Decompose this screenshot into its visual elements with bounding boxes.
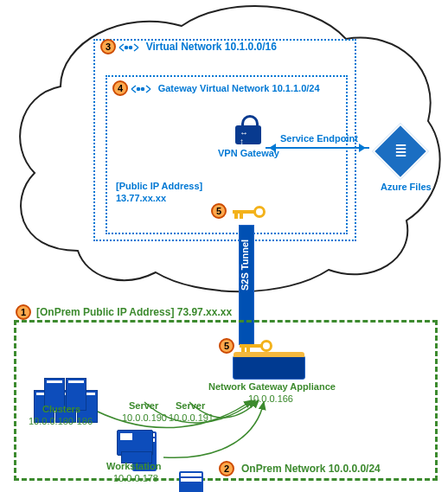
vnet-label: Virtual Network 10.1.0.0/16 [146, 41, 277, 53]
server2-ip: 10.0.0.191 [169, 412, 214, 423]
svg-point-2 [138, 88, 140, 91]
server1-ip: 10.0.0.190 [122, 412, 167, 423]
server1-label: Server [129, 400, 158, 411]
key-icon [233, 206, 266, 218]
workstation-label: Workstation [106, 461, 161, 471]
cloud-public-ip-label: [Public IP Address] [116, 181, 202, 191]
s2s-tunnel-label: S2S Tunnel [239, 225, 254, 304]
service-endpoint-line [266, 147, 369, 149]
svg-point-3 [142, 88, 144, 91]
diagram-root: 3 Virtual Network 10.1.0.0/16 4 Gateway … [0, 0, 448, 492]
gateway-subnet-box: 4 Gateway Virtual Network 10.1.1.0/24 ↔↕… [106, 75, 348, 234]
cloud-public-ip-value: 13.77.xx.xx [116, 193, 166, 203]
badge-cloud-key: 5 [211, 203, 227, 219]
service-endpoint-label: Service Endpoint [280, 133, 358, 144]
azure-files-icon: ≣ [381, 131, 420, 171]
workstation-ip: 10.0.0.178 [113, 473, 158, 483]
gateway-subnet-icon [131, 82, 155, 95]
gateway-subnet-label: Gateway Virtual Network 10.1.1.0/24 [158, 83, 320, 93]
onprem-header: 1 [OnPrem Public IP Address] 73.97.xx.xx [16, 304, 232, 320]
badge-vnet: 3 [100, 39, 116, 54]
workstation-icon [117, 430, 153, 456]
onprem-network-footer: 2 OnPrem Network 10.0.0.0/24 [219, 461, 381, 476]
clusters-ip: 10.0.0.180-186 [29, 416, 93, 426]
onprem-network-box: 5 Network Gateway Appliance 10.0.0.166 C… [14, 320, 438, 481]
svg-point-0 [125, 47, 128, 49]
vpn-gateway-icon: ↔↕ [235, 125, 261, 144]
onprem-network-label: OnPrem Network 10.0.0.0/24 [241, 463, 381, 475]
server2-label: Server [176, 400, 205, 411]
vnet-icon [118, 41, 143, 54]
cloud-key-group: 5 [211, 203, 266, 219]
badge-gateway-subnet: 4 [112, 80, 128, 96]
azure-files-label: Azure Files [381, 182, 432, 192]
svg-point-1 [130, 47, 132, 49]
badge-onprem-network: 2 [219, 461, 234, 476]
clusters-label: Clusters [42, 404, 80, 414]
onprem-public-ip-label: [OnPrem Public IP Address] 73.97.xx.xx [36, 306, 232, 318]
badge-onprem: 1 [16, 304, 31, 320]
server2-icon [179, 471, 203, 492]
